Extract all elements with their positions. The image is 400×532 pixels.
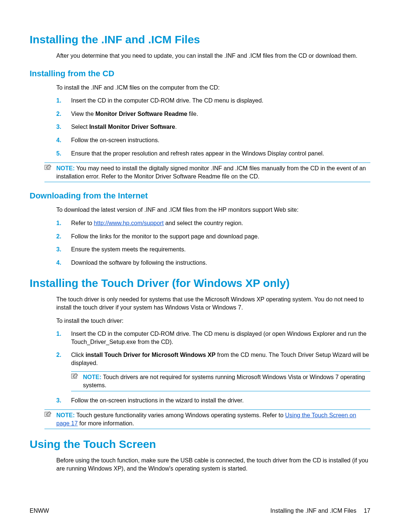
list-item: 1. Insert the CD in the computer CD-ROM … — [56, 330, 370, 346]
list-item: 4. Download the software by following th… — [56, 259, 370, 267]
list-text: Follow the on-screen instructions. — [71, 137, 159, 143]
intro-paragraph: After you determine that you need to upd… — [56, 52, 370, 60]
note-text: Touch drivers are not required for syste… — [83, 374, 365, 388]
list-number: 1. — [56, 330, 61, 338]
list-item: 4. Follow the on-screen instructions. — [56, 136, 370, 144]
note-block: NOTE: Touch gesture functionality varies… — [44, 409, 370, 429]
heading-installing-inf-icm: Installing the .INF and .ICM Files — [30, 33, 370, 46]
heading-installing-touch-driver: Installing the Touch Driver (for Windows… — [30, 277, 370, 290]
list-text: View the — [71, 111, 96, 117]
touch-screen-p1: Before using the touch function, make su… — [56, 456, 370, 472]
list-text: . — [175, 124, 177, 130]
heading-installing-from-cd: Installing from the CD — [30, 69, 370, 78]
list-text: Ensure the system meets the requirements… — [71, 246, 186, 252]
list-text: Follow the on-screen instructions in the… — [71, 397, 244, 404]
note-block: NOTE: Touch drivers are not required for… — [71, 371, 370, 391]
list-number: 2. — [56, 110, 61, 118]
note-text: You may need to install the digitally si… — [56, 165, 366, 180]
list-text-bold: Monitor Driver Software Readme — [96, 111, 187, 117]
list-item: 2. View the Monitor Driver Software Read… — [56, 110, 370, 118]
cd-intro: To install the .INF and .ICM files on th… — [56, 84, 370, 92]
download-intro: To download the latest version of .INF a… — [56, 206, 370, 214]
note-text: for more information. — [78, 420, 134, 426]
note-label: NOTE: — [56, 165, 75, 171]
list-text: Ensure that the proper resolution and re… — [71, 150, 324, 157]
note-label: NOTE: — [83, 374, 101, 380]
list-number: 2. — [56, 232, 61, 241]
footer-left: ENWW — [30, 508, 49, 514]
note-label: NOTE: — [56, 412, 75, 418]
note-icon — [44, 164, 52, 170]
list-text: file. — [187, 111, 198, 117]
list-number: 3. — [56, 123, 61, 131]
list-number: 3. — [56, 397, 61, 405]
touch-p2: To install the touch driver: — [56, 317, 370, 325]
footer-page-number: 17 — [364, 508, 370, 514]
list-item: 5. Ensure that the proper resolution and… — [56, 150, 370, 158]
list-item: 2. Click install Touch Driver for Micros… — [56, 351, 370, 391]
list-number: 1. — [56, 219, 61, 227]
list-text: Insert the CD in the computer CD-ROM dri… — [71, 97, 263, 104]
list-number: 3. — [56, 245, 61, 254]
note-icon — [71, 373, 79, 379]
heading-downloading-internet: Downloading from the Internet — [30, 191, 370, 201]
list-number: 1. — [56, 97, 61, 105]
list-text-bold: install Touch Driver for Microsoft Windo… — [86, 352, 216, 358]
list-text: and select the country region. — [164, 220, 243, 226]
list-item: 3. Ensure the system meets the requireme… — [56, 245, 370, 254]
list-text: Click — [71, 352, 86, 358]
list-text: Download the software by following the i… — [71, 260, 207, 266]
list-item: 3. Select Install Monitor Driver Softwar… — [56, 123, 370, 131]
note-text: Touch gesture functionality varies among… — [75, 412, 285, 418]
list-text-bold: Install Monitor Driver Software — [89, 124, 175, 130]
list-number: 5. — [56, 150, 61, 158]
list-number: 2. — [56, 351, 61, 359]
list-item: 2. Follow the links for the monitor to t… — [56, 232, 370, 241]
list-text: Select — [71, 124, 89, 130]
support-link[interactable]: http://www.hp.com/support — [94, 220, 164, 226]
list-text: Follow the links for the monitor to the … — [71, 233, 259, 240]
list-item: 1. Refer to http://www.hp.com/support an… — [56, 219, 370, 227]
note-icon — [44, 411, 52, 417]
page-footer: ENWW Installing the .INF and .ICM Files … — [30, 508, 370, 514]
list-number: 4. — [56, 136, 61, 144]
list-text: Refer to — [71, 220, 94, 226]
note-block: NOTE: You may need to install the digita… — [44, 163, 370, 182]
list-number: 4. — [56, 259, 61, 267]
footer-section-title: Installing the .INF and .ICM Files — [270, 508, 356, 514]
list-item: 1. Insert the CD in the computer CD-ROM … — [56, 97, 370, 105]
list-item: 3. Follow the on-screen instructions in … — [56, 397, 370, 405]
touch-p1: The touch driver is only needed for syst… — [56, 295, 370, 311]
heading-using-touch-screen: Using the Touch Screen — [30, 438, 370, 451]
list-text: Insert the CD in the computer CD-ROM dri… — [71, 331, 366, 345]
